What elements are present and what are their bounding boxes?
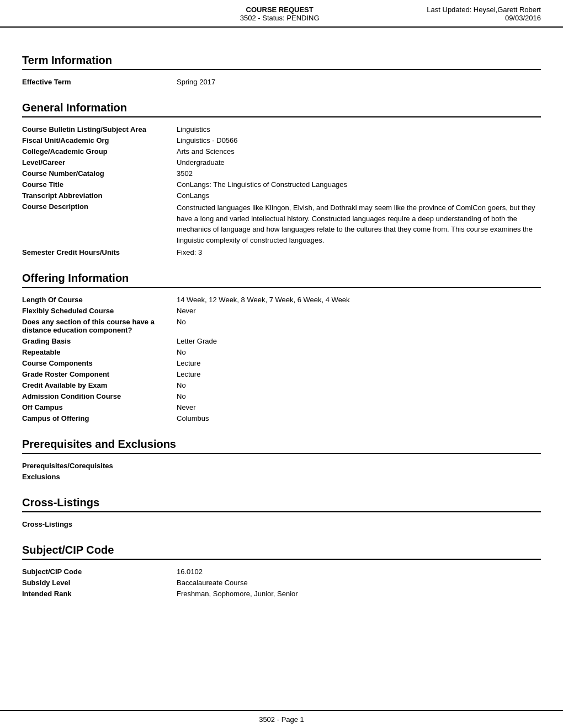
general-info-label: Course Number/Catalog: [22, 169, 177, 178]
general-information-fields: Course Bulletin Listing/Subject AreaLing…: [22, 125, 541, 256]
offering-info-label: Does any section of this course have a d…: [22, 318, 177, 334]
cross-listing-label: Cross-Listings: [22, 520, 177, 528]
subject-cip-fields: Subject/CIP Code16.0102Subsidy LevelBacc…: [22, 568, 541, 598]
page-footer: 3502 - Page 1: [0, 710, 563, 728]
offering-info-row: Length Of Course14 Week, 12 Week, 8 Week…: [22, 296, 541, 304]
offering-info-label: Credit Available by Exam: [22, 381, 177, 389]
offering-info-value: No: [177, 318, 541, 326]
offering-info-label: Length Of Course: [22, 296, 177, 304]
offering-info-label: Grade Roster Component: [22, 370, 177, 378]
offering-information-title: Offering Information: [22, 272, 541, 288]
general-info-row: Course TitleConLangs: The Linguistics of…: [22, 180, 541, 189]
prereq-label: Prerequisites/Corequisites: [22, 462, 177, 470]
general-info-value: ConLangs: [177, 191, 541, 200]
page: COURSE REQUEST 3502 - Status: PENDING La…: [0, 0, 563, 728]
offering-info-row: Campus of OfferingColumbus: [22, 414, 541, 422]
header-date: 09/03/2016: [427, 14, 541, 22]
cip-value: Baccalaureate Course: [177, 579, 541, 587]
general-info-row: Fiscal Unit/Academic OrgLinguistics - D0…: [22, 136, 541, 144]
prereq-row: Exclusions: [22, 473, 541, 481]
offering-info-label: Course Components: [22, 359, 177, 367]
offering-info-value: No: [177, 348, 541, 356]
offering-info-label: Repeatable: [22, 348, 177, 356]
effective-term-label: Effective Term: [22, 78, 177, 86]
offering-info-value: Never: [177, 403, 541, 411]
cip-label: Intended Rank: [22, 590, 177, 598]
general-info-row: Course DescriptionConstructed languages …: [22, 202, 541, 245]
offering-info-value: Letter Grade: [177, 337, 541, 345]
prereq-row: Prerequisites/Corequisites: [22, 462, 541, 470]
cross-listings-title: Cross-Listings: [22, 496, 541, 512]
cross-listing-row: Cross-Listings: [22, 520, 541, 528]
offering-info-value: Never: [177, 307, 541, 315]
offering-info-label: Campus of Offering: [22, 414, 177, 422]
general-info-value: Undergraduate: [177, 158, 541, 167]
offering-information-fields: Length Of Course14 Week, 12 Week, 8 Week…: [22, 296, 541, 422]
offering-info-value: Lecture: [177, 370, 541, 378]
offering-info-label: Admission Condition Course: [22, 392, 177, 400]
general-info-label: Course Title: [22, 180, 177, 189]
general-info-label: Level/Career: [22, 158, 177, 167]
general-info-label: Fiscal Unit/Academic Org: [22, 136, 177, 144]
offering-info-value: 14 Week, 12 Week, 8 Week, 7 Week, 6 Week…: [177, 296, 541, 304]
cip-label: Subject/CIP Code: [22, 568, 177, 576]
general-info-value: Linguistics - D0566: [177, 136, 541, 144]
offering-info-row: RepeatableNo: [22, 348, 541, 356]
cip-row: Intended RankFreshman, Sophomore, Junior…: [22, 590, 541, 598]
header-right: Last Updated: Heysel,Garett Robert 09/03…: [427, 6, 541, 22]
content-area: Term Information Effective Term Spring 2…: [0, 28, 563, 634]
cip-label: Subsidy Level: [22, 579, 177, 587]
last-updated: Last Updated: Heysel,Garett Robert: [427, 6, 541, 14]
general-information-title: General Information: [22, 101, 541, 117]
cip-row: Subsidy LevelBaccalaureate Course: [22, 579, 541, 587]
general-info-value: Constructed languages like Klingon, Elvi…: [177, 202, 541, 245]
cip-value: 16.0102: [177, 568, 541, 576]
prerequisites-fields: Prerequisites/CorequisitesExclusions: [22, 462, 541, 481]
general-info-row: Course Number/Catalog3502: [22, 169, 541, 178]
prerequisites-title: Prerequisites and Exclusions: [22, 438, 541, 454]
offering-info-row: Off CampusNever: [22, 403, 541, 411]
general-info-label: Semester Credit Hours/Units: [22, 248, 177, 256]
general-info-row: Semester Credit Hours/UnitsFixed: 3: [22, 248, 541, 256]
subject-cip-title: Subject/CIP Code: [22, 544, 541, 560]
general-info-row: College/Academic GroupArts and Sciences: [22, 147, 541, 156]
offering-info-value: No: [177, 392, 541, 400]
general-info-label: Course Description: [22, 202, 177, 211]
general-info-label: Course Bulletin Listing/Subject Area: [22, 125, 177, 133]
general-info-row: Level/CareerUndergraduate: [22, 158, 541, 167]
offering-info-row: Grading BasisLetter Grade: [22, 337, 541, 345]
general-info-row: Course Bulletin Listing/Subject AreaLing…: [22, 125, 541, 133]
offering-info-label: Grading Basis: [22, 337, 177, 345]
offering-info-label: Flexibly Scheduled Course: [22, 307, 177, 315]
general-info-value: Linguistics: [177, 125, 541, 133]
term-information-title: Term Information: [22, 54, 541, 70]
cip-row: Subject/CIP Code16.0102: [22, 568, 541, 576]
offering-info-row: Admission Condition CourseNo: [22, 392, 541, 400]
header-center: COURSE REQUEST 3502 - Status: PENDING: [240, 6, 320, 22]
offering-info-value: No: [177, 381, 541, 389]
cross-listings-fields: Cross-Listings: [22, 520, 541, 528]
prereq-label: Exclusions: [22, 473, 177, 481]
general-info-value: Fixed: 3: [177, 248, 541, 256]
offering-info-row: Credit Available by ExamNo: [22, 381, 541, 389]
cip-value: Freshman, Sophomore, Junior, Senior: [177, 590, 541, 598]
general-info-label: College/Academic Group: [22, 147, 177, 156]
offering-info-row: Flexibly Scheduled CourseNever: [22, 307, 541, 315]
header-title: COURSE REQUEST: [240, 6, 320, 14]
general-info-label: Transcript Abbreviation: [22, 191, 177, 200]
effective-term-row: Effective Term Spring 2017: [22, 78, 541, 86]
offering-info-row: Grade Roster ComponentLecture: [22, 370, 541, 378]
offering-info-row: Does any section of this course have a d…: [22, 318, 541, 334]
effective-term-value: Spring 2017: [177, 78, 541, 86]
offering-info-value: Lecture: [177, 359, 541, 367]
offering-info-row: Course ComponentsLecture: [22, 359, 541, 367]
general-info-row: Transcript AbbreviationConLangs: [22, 191, 541, 200]
offering-info-value: Columbus: [177, 414, 541, 422]
general-info-value: 3502: [177, 169, 541, 178]
general-info-value: ConLangs: The Linguistics of Constructed…: [177, 180, 541, 189]
header-subtitle: 3502 - Status: PENDING: [240, 14, 320, 22]
offering-info-label: Off Campus: [22, 403, 177, 411]
general-info-value: Arts and Sciences: [177, 147, 541, 156]
footer-text: 3502 - Page 1: [259, 715, 304, 724]
page-header: COURSE REQUEST 3502 - Status: PENDING La…: [0, 0, 563, 28]
